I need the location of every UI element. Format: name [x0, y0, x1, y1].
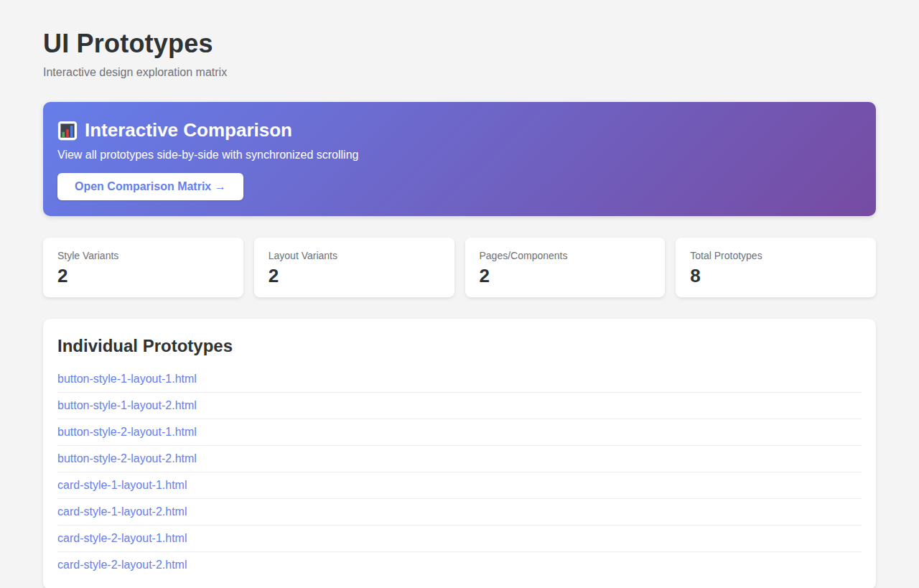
page-container: UI Prototypes Interactive design explora…	[43, 0, 876, 588]
stat-label: Pages/Components	[480, 250, 651, 261]
prototype-link[interactable]: button-style-1-layout-2.html	[57, 399, 197, 411]
stat-value: 8	[690, 266, 862, 285]
prototype-list-item: button-style-2-layout-1.html	[57, 419, 862, 446]
banner-description: View all prototypes side-by-side with sy…	[57, 149, 862, 162]
stat-card-style-variants: Style Variants 2	[43, 238, 243, 297]
banner-title: Interactive Comparison	[85, 119, 292, 141]
prototype-link[interactable]: card-style-2-layout-1.html	[57, 532, 187, 544]
stat-label: Style Variants	[57, 250, 229, 261]
bar-chart-icon	[57, 121, 78, 141]
prototype-link[interactable]: button-style-2-layout-1.html	[57, 426, 197, 438]
prototype-link[interactable]: card-style-2-layout-2.html	[57, 559, 187, 571]
stat-card-pages-components: Pages/Components 2	[465, 238, 666, 297]
individual-prototypes-title: Individual Prototypes	[57, 336, 862, 356]
stat-value: 2	[269, 266, 440, 285]
page-title: UI Prototypes	[43, 29, 876, 59]
prototype-link[interactable]: button-style-1-layout-1.html	[57, 373, 197, 385]
individual-prototypes-card: Individual Prototypes button-style-1-lay…	[43, 319, 876, 588]
prototype-list: button-style-1-layout-1.html button-styl…	[57, 366, 862, 578]
open-comparison-matrix-button[interactable]: Open Comparison Matrix →	[57, 173, 243, 200]
banner-title-row: Interactive Comparison	[57, 119, 862, 141]
prototype-list-item: button-style-1-layout-1.html	[57, 366, 862, 393]
stat-label: Layout Variants	[269, 250, 440, 261]
stat-value: 2	[480, 266, 651, 285]
stat-card-layout-variants: Layout Variants 2	[254, 238, 454, 297]
page-subtitle: Interactive design exploration matrix	[43, 66, 876, 79]
prototype-list-item: card-style-2-layout-2.html	[57, 552, 862, 578]
stat-label: Total Prototypes	[690, 250, 862, 261]
prototype-link[interactable]: button-style-2-layout-2.html	[57, 452, 197, 465]
prototype-link[interactable]: card-style-1-layout-1.html	[57, 479, 187, 491]
interactive-comparison-banner: Interactive Comparison View all prototyp…	[43, 102, 876, 216]
stat-value: 2	[57, 266, 229, 285]
prototype-link[interactable]: card-style-1-layout-2.html	[57, 505, 187, 518]
stats-grid: Style Variants 2 Layout Variants 2 Pages…	[43, 238, 876, 297]
prototype-list-item: button-style-2-layout-2.html	[57, 446, 862, 472]
prototype-list-item: card-style-2-layout-1.html	[57, 526, 862, 552]
prototype-list-item: button-style-1-layout-2.html	[57, 393, 862, 419]
prototype-list-item: card-style-1-layout-2.html	[57, 499, 862, 526]
stat-card-total-prototypes: Total Prototypes 8	[676, 238, 876, 297]
prototype-list-item: card-style-1-layout-1.html	[57, 472, 862, 499]
